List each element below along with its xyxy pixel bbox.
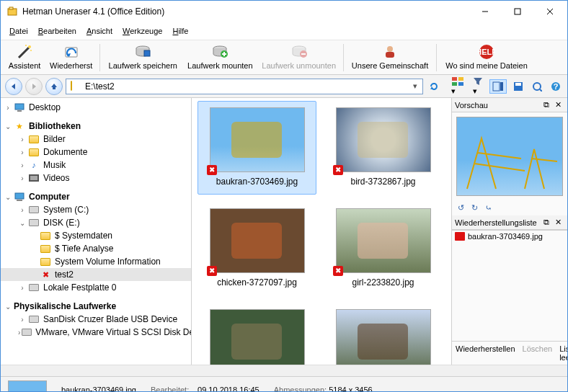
tree-test2[interactable]: ✖test2 xyxy=(1,268,191,281)
close-panel-icon[interactable]: ✕ xyxy=(552,218,564,227)
tree-computer[interactable]: ⌄Computer xyxy=(1,190,191,203)
clear-list-button[interactable]: Liste leeren xyxy=(556,342,568,365)
tree-videos[interactable]: ›Videos xyxy=(1,172,191,184)
deleted-badge-icon xyxy=(333,165,343,175)
community-icon xyxy=(381,43,399,61)
svg-rect-28 xyxy=(515,83,521,86)
tree-sysdata[interactable]: $ Systemdaten xyxy=(1,229,191,242)
mount-drive-button[interactable]: Laufwerk mounten xyxy=(182,42,257,74)
recover-list-button[interactable]: Wiederherstellen xyxy=(452,342,519,365)
maximize-button[interactable] xyxy=(501,1,533,22)
video-icon xyxy=(28,173,40,183)
save-button[interactable] xyxy=(511,80,525,93)
drive-unmount-icon xyxy=(290,43,308,61)
file-name: girl-2233820.jpg xyxy=(352,277,414,288)
deleted-file-icon xyxy=(455,232,465,241)
rotate-right-icon[interactable]: ↻ xyxy=(471,203,478,213)
where-files-button[interactable]: HELP Wo sind meine Dateien xyxy=(440,42,533,74)
refresh-button[interactable] xyxy=(426,79,442,94)
title-bar: Hetman Uneraser 4.1 (Office Edition) xyxy=(1,1,567,22)
svg-rect-38 xyxy=(17,200,22,201)
svg-point-29 xyxy=(533,83,541,90)
back-button[interactable] xyxy=(5,78,22,95)
preview-panel-button[interactable] xyxy=(489,79,507,94)
close-panel-icon[interactable]: ✕ xyxy=(552,100,564,110)
thumbnail-image xyxy=(336,309,431,365)
drive-mount-icon xyxy=(211,43,228,61)
tree-sandisk[interactable]: ›SanDisk Cruzer Blade USB Device xyxy=(1,313,191,326)
rotate-left-icon[interactable]: ↺ xyxy=(458,203,464,213)
tree-local0[interactable]: ›Lokale Festplatte 0 xyxy=(1,281,191,294)
assistant-button[interactable]: Assistent xyxy=(4,42,45,74)
deleted-badge-icon xyxy=(207,266,217,276)
tree-vmware[interactable]: ›VMware, VMware Virtual S SCSI Disk Devi… xyxy=(1,326,191,339)
community-button[interactable]: Unsere Gemeinschaft xyxy=(347,42,433,74)
menu-file[interactable]: Datei xyxy=(5,24,32,38)
tree-music[interactable]: ›♪Musik xyxy=(1,159,191,172)
svg-rect-41 xyxy=(231,223,282,259)
options-button[interactable] xyxy=(530,80,544,93)
menu-help[interactable]: Hilfe xyxy=(168,24,192,38)
deleted-badge-icon xyxy=(333,266,343,276)
up-button[interactable] xyxy=(45,78,63,95)
tree-desktop[interactable]: ›Desktop xyxy=(1,101,191,114)
tree-physical[interactable]: ⌄Physikalische Laufwerke xyxy=(1,300,191,313)
tree-svi[interactable]: System Volume Information xyxy=(1,255,191,268)
menu-view[interactable]: Ansicht xyxy=(82,24,117,38)
deleted-badge-icon xyxy=(207,165,217,175)
preview-header: Vorschau xyxy=(455,101,541,110)
computer-icon xyxy=(14,192,25,202)
file-tile[interactable]: baukran-3703469.jpg xyxy=(198,101,316,195)
file-tile[interactable]: girl-2233820.jpg xyxy=(324,202,443,295)
preview-pane xyxy=(452,112,567,200)
tree-documents[interactable]: ›Dokumente xyxy=(1,146,191,159)
undock-icon[interactable]: ⧉ xyxy=(541,218,552,227)
address-bar[interactable]: ▾ xyxy=(66,79,423,94)
main-toolbar: Assistent Wiederherst Laufwerk speichern… xyxy=(1,40,567,75)
file-name: chicken-3727097.jpg xyxy=(217,277,297,288)
side-panel: Vorschau ⧉ ✕ ↺ ↻ ⤿ Wiederherstellungslis… xyxy=(452,98,567,365)
save-drive-button[interactable]: Laufwerk speichern xyxy=(103,42,182,74)
close-button[interactable] xyxy=(533,1,566,22)
hscroll[interactable] xyxy=(1,365,567,376)
tree-disk-e[interactable]: ⌄DISK (E:) xyxy=(1,216,191,229)
recovery-list[interactable]: baukran-3703469.jpg xyxy=(452,230,567,341)
address-dropdown[interactable]: ▾ xyxy=(409,81,421,91)
file-tile[interactable] xyxy=(198,303,316,365)
svg-rect-34 xyxy=(17,110,22,112)
svg-rect-25 xyxy=(493,82,500,91)
file-tile[interactable]: bird-3732867.jpg xyxy=(324,101,443,195)
svg-point-17 xyxy=(387,46,393,52)
filter-button[interactable]: ▾ xyxy=(471,75,485,97)
svg-rect-33 xyxy=(15,104,24,110)
delete-list-button: Löschen xyxy=(519,342,556,365)
menu-edit[interactable]: Bearbeiten xyxy=(34,24,81,38)
help-button[interactable]: ? xyxy=(549,80,563,93)
recover-icon xyxy=(63,43,80,61)
svg-rect-36 xyxy=(30,176,37,180)
tree-pictures[interactable]: ›Bilder xyxy=(1,133,191,146)
file-tile[interactable] xyxy=(324,303,443,365)
view-mode-button[interactable]: ▾ xyxy=(449,75,466,97)
file-name: baukran-3703469.jpg xyxy=(216,177,298,187)
file-tile[interactable]: chicken-3727097.jpg xyxy=(198,202,316,295)
svg-line-30 xyxy=(540,89,542,92)
tree-system-c[interactable]: ›System (C:) xyxy=(1,203,191,216)
menu-tools[interactable]: Werkzeuge xyxy=(118,24,167,38)
tree-deep[interactable]: $ Tiefe Analyse xyxy=(1,242,191,255)
status-thumbnail xyxy=(8,380,47,393)
svg-rect-21 xyxy=(452,77,457,81)
minimize-button[interactable] xyxy=(469,1,501,22)
undock-icon[interactable]: ⧉ xyxy=(541,100,552,110)
file-thumbnails[interactable]: baukran-3703469.jpg bird-3732867.jpg chi… xyxy=(192,98,452,365)
recovery-item[interactable]: baukran-3703469.jpg xyxy=(452,231,567,242)
folder-tree[interactable]: ›Desktop ⌄★Bibliotheken ›Bilder ›Dokumen… xyxy=(1,98,192,365)
address-input[interactable] xyxy=(85,81,409,92)
flip-icon[interactable]: ⤿ xyxy=(485,203,492,213)
recover-button[interactable]: Wiederherst xyxy=(45,42,97,74)
tree-libraries[interactable]: ⌄★Bibliotheken xyxy=(1,120,191,133)
svg-rect-40 xyxy=(358,122,408,158)
forward-button xyxy=(25,78,43,95)
svg-rect-37 xyxy=(15,193,24,199)
status-filename: baukran-3703469.jpg xyxy=(61,386,136,393)
